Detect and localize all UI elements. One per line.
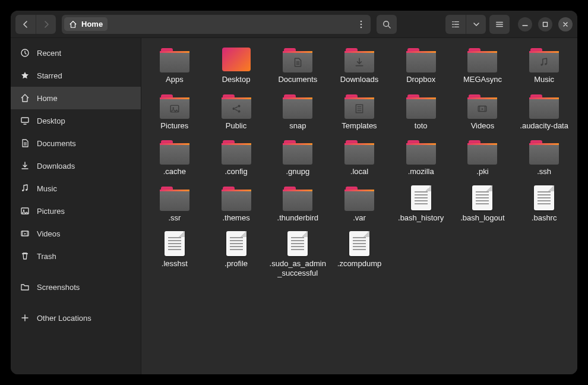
sidebar-item-recent[interactable]: Recent [11,42,141,64]
folder-item[interactable]: .var [330,184,389,224]
content-pane[interactable]: AppsDesktopDocumentsDownloadsDropboxMEGA… [141,38,577,374]
file-item[interactable]: .sudo_as_admin_successful [268,229,327,279]
sidebar-item-documents[interactable]: Documents [11,132,141,154]
sidebar-item-label: Screenshots [37,283,80,292]
folder-item[interactable]: toto [391,91,451,132]
star-icon [20,71,30,80]
folder-item[interactable]: .gnupg [268,137,327,178]
sidebar-item-label: Home [37,94,58,103]
list-view-icon [451,20,460,29]
folder-item[interactable]: Public [207,91,266,132]
search-button[interactable] [377,15,397,34]
path-menu-button[interactable] [354,17,368,31]
sidebar-item-music[interactable]: Music [11,177,141,200]
sidebar-item-screenshots[interactable]: Screenshots [11,276,141,298]
folder-item[interactable]: .mozilla [391,137,451,178]
sidebar-item-home[interactable]: Home [11,87,141,109]
folder-icon [529,94,559,118]
titlebar: Home [11,11,577,38]
folder-item[interactable]: Templates [330,91,389,132]
hamburger-menu-button[interactable] [489,15,510,34]
view-list-button[interactable] [445,15,466,34]
folder-item[interactable]: snap [268,91,327,132]
sidebar-item-pictures[interactable]: Pictures [11,200,141,222]
minimize-icon [522,21,528,27]
download-icon [20,161,30,171]
folder-icon [160,94,189,118]
folder-icon [344,140,374,163]
svg-rect-6 [21,118,29,122]
svg-point-17 [232,108,235,110]
view-options-button[interactable] [466,15,486,34]
path-bar[interactable]: Home [62,15,371,34]
folder-icon [160,186,189,210]
item-label: .audacity-data [520,121,568,131]
svg-point-10 [23,210,24,211]
item-label: .thunderbird [277,213,318,223]
item-label: .local [350,167,368,176]
folder-item[interactable]: .audacity-data [514,91,574,132]
forward-button[interactable] [36,15,56,34]
file-item[interactable]: .lesshst [145,229,204,279]
item-label: toto [415,121,428,131]
picture-icon [160,103,189,116]
desktop-icon [20,116,30,125]
sidebar-item-downloads[interactable]: Downloads [11,154,141,177]
svg-point-8 [26,189,27,191]
chevron-down-icon [473,21,480,28]
document-icon [283,57,312,70]
folder-item[interactable]: Documents [268,45,327,86]
svg-point-18 [238,110,240,112]
sidebar-item-label: Other Locations [37,314,91,323]
item-label: Public [226,121,246,131]
folder-icon [344,94,374,118]
folder-icon [344,48,374,71]
view-controls [445,15,486,34]
file-item[interactable]: .profile [207,229,266,279]
sidebar-item-other-locations[interactable]: Other Locations [11,307,141,329]
folder-icon [222,140,251,163]
folder-item[interactable]: .thunderbird [268,184,327,224]
folder-item[interactable]: .config [207,137,266,178]
folder-item[interactable]: .local [330,137,389,178]
sidebar-item-trash[interactable]: Trash [11,245,141,267]
sidebar-item-label: Starred [37,71,62,80]
item-label: Videos [471,121,495,131]
clock-icon [20,48,30,58]
folder-item[interactable]: Music [514,45,574,86]
folder-item[interactable]: Downloads [330,45,389,86]
path-segment-home[interactable]: Home [64,17,108,31]
folder-item[interactable]: Dropbox [391,45,451,86]
file-item[interactable]: .bashrc [514,184,574,224]
folder-item[interactable]: .cache [145,137,204,178]
folder-item[interactable]: Desktop [207,45,266,86]
minimize-button[interactable] [518,17,532,31]
nav-button-group [15,15,56,34]
close-button[interactable] [558,17,573,31]
folder-item[interactable]: .pki [453,137,513,178]
item-label: Apps [166,75,184,84]
sidebar-item-label: Pictures [37,207,65,216]
back-button[interactable] [15,15,36,34]
file-item[interactable]: .zcompdump [330,229,389,279]
folder-item[interactable]: .ssh [514,137,574,178]
sidebar-item-desktop[interactable]: Desktop [11,109,141,132]
item-label: Downloads [340,75,378,84]
folder-item[interactable]: MEGAsync [453,45,513,86]
desktop-wallpaper-icon [222,48,251,71]
file-grid: AppsDesktopDocumentsDownloadsDropboxMEGA… [145,45,574,279]
folder-item[interactable]: .ssr [145,184,204,224]
maximize-button[interactable] [538,17,552,31]
folder-item[interactable]: Apps [145,45,204,86]
folder-item[interactable]: .themes [207,184,266,224]
sidebar-item-starred[interactable]: Starred [11,64,141,87]
item-label: .var [353,213,366,223]
file-item[interactable]: .bash_logout [453,184,513,224]
item-label: Dropbox [406,75,435,84]
sidebar-item-videos[interactable]: Videos [11,222,141,245]
file-item[interactable]: .bash_history [391,184,451,224]
folder-icon [160,48,189,71]
folder-item[interactable]: Videos [453,91,513,132]
close-icon [562,21,568,27]
folder-item[interactable]: Pictures [145,91,204,132]
